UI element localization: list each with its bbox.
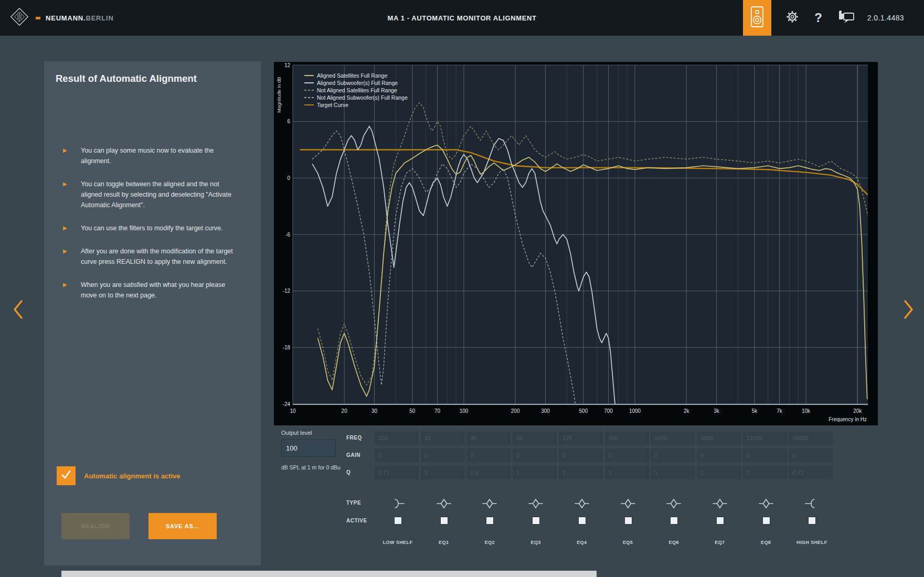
next-page-button[interactable] [900, 298, 916, 321]
realign-button[interactable]: REALIGN [61, 513, 130, 539]
page-title: MA 1 - AUTOMATIC MONITOR ALIGNMENT [388, 0, 537, 36]
feedback-button[interactable] [837, 8, 856, 27]
save-as-button[interactable]: SAVE AS... [148, 513, 217, 539]
eq-gain-cell[interactable]: 0 [559, 448, 603, 462]
top-bar: NEUMANN.BERLIN MA 1 - AUTOMATIC MONITOR … [0, 0, 924, 36]
eq-freq-cell[interactable]: 120 [559, 431, 603, 445]
output-level-unit: dB SPL at 1 m for 0 dBu [281, 464, 341, 471]
eq-freq-cell[interactable]: 50 [513, 431, 557, 445]
brand-text: NEUMANN.BERLIN [46, 14, 114, 22]
output-level-label: Output level [281, 430, 312, 436]
eq-gain-cell[interactable]: 0 [789, 448, 833, 462]
svg-text:10: 10 [290, 408, 296, 414]
bell-icon[interactable] [436, 497, 452, 510]
check-icon [60, 468, 72, 483]
low-shelf-icon[interactable] [390, 497, 406, 510]
eq-active-checkbox[interactable] [670, 517, 678, 525]
automatic-alignment-checkbox[interactable] [57, 466, 76, 485]
svg-text:Frequency in Hz: Frequency in Hz [829, 416, 867, 422]
eq-freq-cell[interactable]: 100 [375, 431, 419, 445]
eq-band-label: LOW SHELF [373, 540, 423, 545]
eq-gain-cell[interactable]: 0 [421, 448, 465, 462]
eq-gain-cell[interactable]: 0 [513, 448, 557, 462]
bell-icon[interactable] [666, 497, 682, 510]
prev-page-button[interactable] [10, 298, 26, 321]
instruction-bullet: ▶You can use the filters to modify the t… [63, 223, 236, 233]
bell-icon[interactable] [574, 497, 590, 510]
eq-gain-cell[interactable]: 0 [697, 448, 741, 462]
bullet-arrow-icon: ▶ [63, 223, 70, 233]
speaker-icon [749, 5, 765, 31]
svg-text:Target Curve: Target Curve [317, 102, 348, 108]
eq-freq-cell[interactable]: 30 [466, 431, 511, 445]
eq-section: Output level dB SPL at 1 m for 0 dBu FRE… [274, 428, 878, 569]
eq-q-cell[interactable]: 1 [605, 466, 649, 479]
neumann-logo-icon [8, 6, 30, 30]
bell-icon[interactable] [528, 497, 544, 510]
eq-q-cell[interactable]: 0.5 [466, 466, 511, 479]
eq-active-checkbox[interactable] [532, 517, 540, 525]
bell-icon[interactable] [712, 497, 728, 510]
bullet-arrow-icon: ▶ [63, 179, 70, 210]
eq-q-cell[interactable]: 0.71 [789, 466, 833, 479]
svg-text:70: 70 [434, 408, 441, 414]
high-shelf-icon[interactable] [804, 497, 820, 510]
eq-gain-cell[interactable]: 0 [651, 448, 695, 462]
speaker-setup-button[interactable] [743, 0, 771, 36]
eq-freq-cell[interactable]: 12000 [743, 431, 787, 445]
eq-gain-cell[interactable]: 0 [375, 448, 419, 462]
eq-gain-cell[interactable]: 0 [743, 448, 787, 462]
eq-freq-cell[interactable]: 20 [421, 431, 465, 445]
svg-text:3k: 3k [714, 408, 720, 414]
svg-text:-12: -12 [283, 288, 291, 294]
eq-gain-cell[interactable]: 0 [605, 448, 649, 462]
brand: NEUMANN.BERLIN [8, 0, 114, 36]
bullet-text: When you are satisfied with what you hea… [81, 280, 236, 301]
eq-q-cell[interactable]: 1 [651, 466, 695, 479]
output-level-input[interactable] [281, 439, 336, 457]
settings-button[interactable] [785, 9, 800, 26]
eq-active-checkbox[interactable] [762, 517, 770, 525]
eq-row-label-freq: FREQ [346, 435, 362, 441]
bullet-text: You can use the filters to modify the ta… [81, 223, 223, 233]
eq-freq-cell[interactable]: 3000 [697, 431, 741, 445]
eq-active-checkbox[interactable] [716, 517, 724, 525]
eq-freq-cell[interactable]: 1000 [651, 431, 695, 445]
svg-text:10k: 10k [802, 408, 811, 414]
eq-q-cell[interactable]: 1 [421, 466, 465, 479]
eq-gain-cell[interactable]: 0 [466, 448, 511, 462]
eq-q-cell[interactable]: 2 [559, 466, 603, 479]
eq-active-checkbox[interactable] [808, 517, 816, 525]
svg-text:1000: 1000 [629, 408, 641, 414]
svg-text:0: 0 [287, 175, 290, 181]
eq-freq-cell[interactable]: 16000 [789, 431, 833, 445]
eq-q-cell[interactable]: 1 [743, 466, 787, 479]
eq-q-cell[interactable]: 0.71 [375, 466, 419, 479]
bell-icon[interactable] [620, 497, 636, 510]
bell-icon[interactable] [482, 497, 497, 510]
feedback-icon [837, 8, 856, 27]
eq-active-checkbox[interactable] [440, 517, 448, 525]
background-window-edge [61, 571, 597, 577]
eq-freq-cell[interactable]: 300 [605, 431, 649, 445]
checkbox-label: Automatic alignment is active [84, 472, 180, 480]
help-icon: ? [814, 10, 822, 25]
eq-active-checkbox[interactable] [486, 517, 494, 525]
panel-heading: Result of Automatic Alignment [56, 73, 197, 84]
eq-active-checkbox[interactable] [394, 517, 402, 525]
instruction-bullet: ▶After you are done with the modificatio… [63, 246, 236, 267]
eq-active-checkbox[interactable] [578, 517, 586, 525]
bell-icon[interactable] [758, 497, 774, 510]
eq-q-cell[interactable]: 1 [513, 466, 557, 479]
instruction-bullet: ▶You can play some music now to evaluate… [63, 145, 236, 166]
svg-text:5k: 5k [752, 408, 758, 414]
eq-q-cell[interactable]: 1 [697, 466, 741, 479]
automatic-alignment-row: Automatic alignment is active [57, 466, 180, 485]
chevron-right-icon [900, 314, 916, 323]
eq-active-checkbox[interactable] [624, 517, 632, 525]
bullet-text: You can play some music now to evaluate … [81, 145, 236, 166]
svg-text:30: 30 [371, 408, 378, 414]
instruction-bullet: ▶You can toggle between the aligned and … [63, 179, 236, 210]
help-button[interactable]: ? [814, 10, 822, 25]
chart-canvas: 1260-6-12-18-241020305070100200300500700… [274, 62, 878, 425]
